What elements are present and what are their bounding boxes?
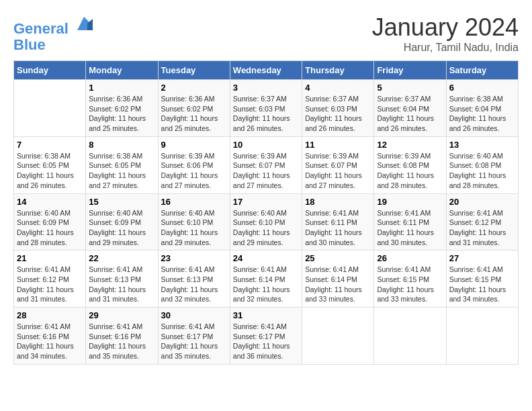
day-number: 20 [449,197,515,207]
month-title: January 2024 [372,13,519,42]
day-number: 21 [17,253,83,263]
day-number: 6 [449,83,515,93]
calendar-week-0: 1Sunrise: 6:36 AM Sunset: 6:02 PM Daylig… [14,80,519,137]
calendar-cell: 29Sunrise: 6:41 AM Sunset: 6:16 PM Dayli… [86,308,158,365]
day-detail: Sunrise: 6:41 AM Sunset: 6:17 PM Dayligh… [233,322,299,361]
day-number: 30 [161,310,227,320]
day-detail: Sunrise: 6:41 AM Sunset: 6:13 PM Dayligh… [89,265,154,304]
day-number: 5 [377,83,443,93]
day-number: 18 [305,197,371,207]
svg-marker-1 [87,19,93,30]
logo: General Blue [13,13,94,53]
logo-general: General [13,20,69,37]
logo-blue: Blue [13,37,94,53]
calendar-cell: 21Sunrise: 6:41 AM Sunset: 6:12 PM Dayli… [14,250,86,308]
day-number: 22 [89,253,154,263]
calendar-cell: 25Sunrise: 6:41 AM Sunset: 6:14 PM Dayli… [302,250,374,308]
day-detail: Sunrise: 6:38 AM Sunset: 6:04 PM Dayligh… [449,94,515,134]
calendar-cell: 10Sunrise: 6:39 AM Sunset: 6:07 PM Dayli… [230,136,302,193]
day-detail: Sunrise: 6:41 AM Sunset: 6:16 PM Dayligh… [17,322,83,361]
calendar-table: SundayMondayTuesdayWednesdayThursdayFrid… [13,60,519,365]
day-detail: Sunrise: 6:41 AM Sunset: 6:13 PM Dayligh… [161,265,227,304]
calendar-cell [446,308,518,365]
logo-text: General [13,13,94,37]
logo-icon [74,13,94,34]
calendar-cell: 9Sunrise: 6:39 AM Sunset: 6:06 PM Daylig… [158,136,230,193]
day-detail: Sunrise: 6:39 AM Sunset: 6:08 PM Dayligh… [377,151,443,191]
day-detail: Sunrise: 6:37 AM Sunset: 6:04 PM Dayligh… [377,94,443,134]
calendar-cell: 30Sunrise: 6:41 AM Sunset: 6:17 PM Dayli… [158,308,230,365]
day-detail: Sunrise: 6:41 AM Sunset: 6:14 PM Dayligh… [305,265,371,304]
day-number: 11 [305,140,371,150]
calendar-cell: 5Sunrise: 6:37 AM Sunset: 6:04 PM Daylig… [374,80,446,137]
calendar-cell: 1Sunrise: 6:36 AM Sunset: 6:02 PM Daylig… [86,80,158,137]
day-detail: Sunrise: 6:38 AM Sunset: 6:05 PM Dayligh… [89,151,154,191]
page-header: General Blue January 2024 Harur, Tamil N… [13,13,519,54]
title-block: January 2024 Harur, Tamil Nadu, India [372,13,519,54]
calendar-cell: 28Sunrise: 6:41 AM Sunset: 6:16 PM Dayli… [14,308,86,365]
calendar-cell: 15Sunrise: 6:40 AM Sunset: 6:09 PM Dayli… [86,193,158,250]
day-number: 29 [89,310,154,320]
day-detail: Sunrise: 6:41 AM Sunset: 6:17 PM Dayligh… [161,322,227,361]
day-number: 15 [89,197,154,207]
calendar-cell: 26Sunrise: 6:41 AM Sunset: 6:15 PM Dayli… [374,250,446,308]
col-header-thursday: Thursday [302,61,374,80]
day-number: 27 [449,253,515,263]
day-detail: Sunrise: 6:40 AM Sunset: 6:09 PM Dayligh… [89,208,154,248]
calendar-cell: 7Sunrise: 6:38 AM Sunset: 6:05 PM Daylig… [14,136,86,193]
day-detail: Sunrise: 6:41 AM Sunset: 6:12 PM Dayligh… [17,265,83,304]
day-detail: Sunrise: 6:40 AM Sunset: 6:08 PM Dayligh… [449,151,515,191]
calendar-cell [14,80,86,137]
day-number: 7 [17,140,83,150]
day-number: 25 [305,253,371,263]
day-detail: Sunrise: 6:41 AM Sunset: 6:14 PM Dayligh… [233,265,299,304]
calendar-week-1: 7Sunrise: 6:38 AM Sunset: 6:05 PM Daylig… [14,136,519,193]
day-detail: Sunrise: 6:37 AM Sunset: 6:03 PM Dayligh… [233,94,299,134]
calendar-cell: 2Sunrise: 6:36 AM Sunset: 6:02 PM Daylig… [158,80,230,137]
calendar-week-4: 28Sunrise: 6:41 AM Sunset: 6:16 PM Dayli… [14,308,519,365]
col-header-sunday: Sunday [14,61,86,80]
col-header-tuesday: Tuesday [158,61,230,80]
day-detail: Sunrise: 6:41 AM Sunset: 6:11 PM Dayligh… [305,208,371,248]
day-detail: Sunrise: 6:40 AM Sunset: 6:09 PM Dayligh… [17,208,83,248]
calendar-cell: 18Sunrise: 6:41 AM Sunset: 6:11 PM Dayli… [302,193,374,250]
calendar-cell [374,308,446,365]
calendar-cell: 4Sunrise: 6:37 AM Sunset: 6:03 PM Daylig… [302,80,374,137]
day-number: 19 [377,197,443,207]
day-detail: Sunrise: 6:40 AM Sunset: 6:10 PM Dayligh… [161,208,227,248]
calendar-cell: 17Sunrise: 6:40 AM Sunset: 6:10 PM Dayli… [230,193,302,250]
col-header-wednesday: Wednesday [230,61,302,80]
calendar-cell [302,308,374,365]
day-detail: Sunrise: 6:41 AM Sunset: 6:16 PM Dayligh… [89,322,154,361]
day-number: 9 [161,140,227,150]
day-number: 28 [17,310,83,320]
calendar-cell: 14Sunrise: 6:40 AM Sunset: 6:09 PM Dayli… [14,193,86,250]
day-detail: Sunrise: 6:41 AM Sunset: 6:12 PM Dayligh… [449,208,515,248]
calendar-header-row: SundayMondayTuesdayWednesdayThursdayFrid… [14,61,519,80]
day-number: 17 [233,197,299,207]
day-detail: Sunrise: 6:38 AM Sunset: 6:05 PM Dayligh… [17,151,83,191]
calendar-cell: 16Sunrise: 6:40 AM Sunset: 6:10 PM Dayli… [158,193,230,250]
day-number: 12 [377,140,443,150]
day-detail: Sunrise: 6:37 AM Sunset: 6:03 PM Dayligh… [305,94,371,134]
day-detail: Sunrise: 6:41 AM Sunset: 6:11 PM Dayligh… [377,208,443,248]
day-number: 24 [233,253,299,263]
day-detail: Sunrise: 6:36 AM Sunset: 6:02 PM Dayligh… [89,94,154,134]
calendar-cell: 3Sunrise: 6:37 AM Sunset: 6:03 PM Daylig… [230,80,302,137]
day-number: 2 [161,83,227,93]
col-header-friday: Friday [374,61,446,80]
calendar-cell: 22Sunrise: 6:41 AM Sunset: 6:13 PM Dayli… [86,250,158,308]
calendar-cell: 6Sunrise: 6:38 AM Sunset: 6:04 PM Daylig… [446,80,518,137]
calendar-week-3: 21Sunrise: 6:41 AM Sunset: 6:12 PM Dayli… [14,250,519,308]
calendar-cell: 8Sunrise: 6:38 AM Sunset: 6:05 PM Daylig… [86,136,158,193]
day-number: 3 [233,83,299,93]
calendar-cell: 27Sunrise: 6:41 AM Sunset: 6:15 PM Dayli… [446,250,518,308]
calendar-cell: 19Sunrise: 6:41 AM Sunset: 6:11 PM Dayli… [374,193,446,250]
day-number: 26 [377,253,443,263]
calendar-cell: 20Sunrise: 6:41 AM Sunset: 6:12 PM Dayli… [446,193,518,250]
calendar-cell: 31Sunrise: 6:41 AM Sunset: 6:17 PM Dayli… [230,308,302,365]
col-header-saturday: Saturday [446,61,518,80]
calendar-cell: 12Sunrise: 6:39 AM Sunset: 6:08 PM Dayli… [374,136,446,193]
calendar-cell: 11Sunrise: 6:39 AM Sunset: 6:07 PM Dayli… [302,136,374,193]
day-detail: Sunrise: 6:36 AM Sunset: 6:02 PM Dayligh… [161,94,227,134]
